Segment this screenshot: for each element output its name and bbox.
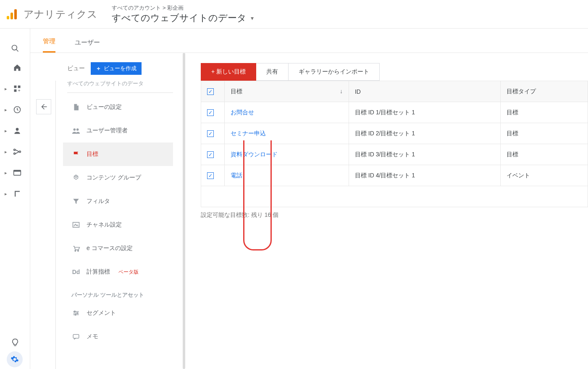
table-spacer-row xyxy=(201,186,588,207)
view-name-select[interactable]: すべてのウェブサイトのデータ xyxy=(67,77,173,93)
checkbox-icon: ✓ xyxy=(207,88,214,95)
svg-text:+: + xyxy=(18,88,20,93)
table-header-row: ✓ 目標↓ ID 目標タイプ xyxy=(201,81,588,102)
svg-point-26 xyxy=(77,313,78,314)
goal-name-link[interactable]: 電話 xyxy=(231,172,242,179)
conversions-icon[interactable] xyxy=(9,185,26,203)
svg-point-20 xyxy=(75,250,76,252)
brand-name: アナリティクス xyxy=(24,8,97,21)
share-button[interactable]: 共有 xyxy=(256,63,289,81)
expand-caret-icon[interactable]: ▸ xyxy=(5,128,9,134)
content-group-icon xyxy=(71,174,81,182)
segment-icon xyxy=(71,310,81,316)
column-label: ビュー xyxy=(67,65,85,72)
nav-channel[interactable]: チャネル設定 xyxy=(67,213,173,237)
nav-ecommerce[interactable]: e コマースの設定 xyxy=(67,237,173,260)
nav-calc-metric[interactable]: Dd 計算指標 ベータ版 xyxy=(67,260,173,284)
svg-point-25 xyxy=(74,311,76,312)
behavior-icon[interactable] xyxy=(9,164,26,182)
audience-icon[interactable] xyxy=(9,122,26,140)
flag-icon xyxy=(71,150,81,158)
sort-arrow-icon: ↓ xyxy=(340,88,343,95)
nav-view-settings[interactable]: ビューの設定 xyxy=(67,95,173,119)
svg-point-21 xyxy=(78,250,79,252)
goal-type: 目標 xyxy=(501,102,588,123)
document-icon xyxy=(71,103,81,111)
expand-caret-icon[interactable]: ▸ xyxy=(5,149,9,155)
goals-panel: + 新しい目標 共有 ギャラリーからインポート ✓ 目標↓ ID 目標タイプ xyxy=(186,53,588,369)
svg-rect-1 xyxy=(10,13,13,19)
create-view-button[interactable]: ＋ ビューを作成 xyxy=(91,62,142,75)
nav-label: セグメント xyxy=(87,309,116,317)
svg-point-18 xyxy=(76,129,79,131)
nav-segment[interactable]: セグメント xyxy=(67,301,173,325)
view-selector[interactable]: すべてのアカウント > 彩企画 すべてのウェブサイトのデータ ▾ xyxy=(112,4,254,24)
header-checkbox-cell[interactable]: ✓ xyxy=(201,81,225,102)
header-id[interactable]: ID xyxy=(349,81,500,102)
checkbox-icon: ✓ xyxy=(207,109,214,116)
svg-point-12 xyxy=(13,153,15,155)
discover-icon[interactable] xyxy=(7,334,24,351)
nav-user-admin[interactable]: ユーザー管理者 xyxy=(67,119,173,142)
svg-rect-2 xyxy=(14,9,17,19)
checkbox-icon: ✓ xyxy=(207,172,214,179)
nav-label: チャネル設定 xyxy=(87,221,122,229)
plus-icon: ＋ xyxy=(96,65,101,72)
breadcrumb: すべてのアカウント > 彩企画 xyxy=(112,4,254,12)
column-resize-handle[interactable] xyxy=(181,53,186,369)
acquisition-icon[interactable] xyxy=(9,143,26,161)
svg-line-4 xyxy=(16,50,18,52)
admin-area: ビュー ＋ ビューを作成 すべてのウェブサイトのデータ ビューの設定 ユーザー管… xyxy=(30,53,588,369)
goals-table: ✓ 目標↓ ID 目標タイプ ✓ お問合せ 目標 ID 1/目標セット 1 目標 xyxy=(201,81,588,207)
nav-content-group[interactable]: コンテンツ グループ xyxy=(67,166,173,190)
app-body: ▸ + ▸ ▸ ▸ ▸ ▸ 管理 ユーザー xyxy=(0,29,588,369)
svg-rect-5 xyxy=(14,86,16,88)
svg-rect-6 xyxy=(18,86,20,88)
goal-id: 目標 ID 1/目標セット 1 xyxy=(349,102,500,123)
expand-caret-icon[interactable]: ▸ xyxy=(5,170,9,176)
goal-type: 目標 xyxy=(501,144,588,165)
realtime-icon[interactable] xyxy=(9,101,26,119)
header-type[interactable]: 目標タイプ xyxy=(501,81,588,102)
view-title: すべてのウェブサイトのデータ xyxy=(112,12,247,24)
dashboard-icon[interactable]: + xyxy=(9,80,26,98)
nav-label: コンテンツ グループ xyxy=(87,174,141,182)
goal-id: 目標 ID 4/目標セット 1 xyxy=(349,165,500,186)
tab-admin[interactable]: 管理 xyxy=(43,37,55,53)
home-icon[interactable] xyxy=(9,59,26,76)
goal-name-link[interactable]: お問合せ xyxy=(231,109,254,116)
nav-filter[interactable]: フィルタ xyxy=(67,190,173,213)
row-checkbox[interactable]: ✓ xyxy=(201,123,225,144)
checkbox-icon: ✓ xyxy=(207,151,214,158)
table-row: ✓ お問合せ 目標 ID 1/目標セット 1 目標 xyxy=(201,102,588,123)
nav-label: 計算指標 xyxy=(87,268,110,276)
goal-id: 目標 ID 2/目標セット 1 xyxy=(349,123,500,144)
cart-icon xyxy=(71,245,81,252)
memo-icon xyxy=(71,333,81,340)
goal-type: 目標 xyxy=(501,123,588,144)
admin-gear-icon[interactable] xyxy=(7,351,23,367)
row-checkbox[interactable]: ✓ xyxy=(201,144,225,165)
goals-toolbar: + 新しい目標 共有 ギャラリーからインポート xyxy=(201,63,588,81)
goal-id: 目標 ID 3/目標セット 1 xyxy=(349,144,500,165)
nav-label: フィルタ xyxy=(87,198,110,205)
row-checkbox[interactable]: ✓ xyxy=(201,102,225,123)
expand-caret-icon[interactable]: ▸ xyxy=(5,107,9,113)
goal-name-link[interactable]: 資料ダウンロード xyxy=(231,151,278,158)
row-checkbox[interactable]: ✓ xyxy=(201,165,225,186)
nav-goals[interactable]: 目標 xyxy=(63,142,173,166)
table-row: ✓ 電話 目標 ID 4/目標セット 1 イベント xyxy=(201,165,588,186)
nav-memo[interactable]: メモ xyxy=(67,325,173,348)
expand-caret-icon[interactable]: ▸ xyxy=(5,191,9,197)
header-goal[interactable]: 目標↓ xyxy=(225,81,349,102)
expand-caret-icon[interactable]: ▸ xyxy=(5,86,9,92)
people-icon xyxy=(71,127,81,134)
import-button[interactable]: ギャラリーからインポート xyxy=(289,63,380,81)
view-nav-list: ビューの設定 ユーザー管理者 目標 コンテンツ グループ xyxy=(67,95,173,284)
goal-name-link[interactable]: セミナー申込 xyxy=(231,130,266,137)
create-view-label: ビューを作成 xyxy=(104,65,136,72)
content-area: 管理 ユーザー ビュー ＋ ビューを作成 すべてのウェブサイトのデータ xyxy=(30,29,588,369)
search-icon[interactable] xyxy=(7,40,24,57)
tab-user[interactable]: ユーザー xyxy=(75,39,100,53)
new-goal-button[interactable]: + 新しい目標 xyxy=(201,63,256,81)
